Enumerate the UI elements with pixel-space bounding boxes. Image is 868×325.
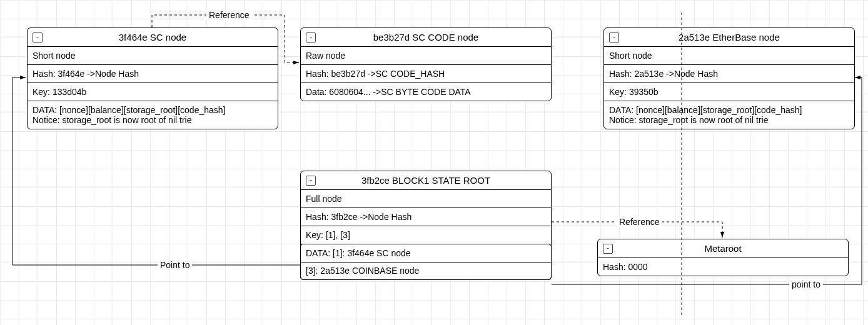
- sccode-node: - be3b27d SC CODE node Raw node Hash: be…: [300, 28, 552, 101]
- root-hash: Hash: 3fb2ce ->Node Hash: [301, 208, 551, 226]
- sccode-data: Data: 6080604... ->SC BYTE CODE DATA: [301, 83, 551, 101]
- metaroot-node: - Metaroot Hash: 0000: [597, 239, 849, 276]
- ether-type: Short node: [604, 47, 854, 65]
- collapse-icon[interactable]: -: [609, 32, 619, 42]
- root-key: Key: [1], [3]: [301, 226, 551, 244]
- ether-hash: Hash: 2a513e ->Node Hash: [604, 65, 854, 83]
- label-point-to-1: Point to: [158, 260, 192, 270]
- metaroot-hash: Hash: 0000: [598, 258, 848, 276]
- collapse-icon[interactable]: -: [306, 32, 316, 42]
- sc-node-key: Key: 133d04b: [28, 83, 278, 101]
- sccode-title: be3b27d SC CODE node: [373, 32, 478, 42]
- sc-node-title-bar: - 3f464e SC node: [28, 28, 278, 47]
- sc-node-data: DATA: [nonce][balance][storage_root][cod…: [28, 101, 278, 129]
- collapse-icon[interactable]: -: [603, 244, 613, 254]
- sc-node: - 3f464e SC node Short node Hash: 3f464e…: [27, 28, 278, 129]
- label-reference-2: Reference: [617, 217, 662, 227]
- sccode-type: Raw node: [301, 47, 551, 65]
- label-point-to-2: point to: [789, 279, 823, 289]
- root-type: Full node: [301, 190, 551, 208]
- ether-key: Key: 39350b: [604, 83, 854, 101]
- metaroot-title-bar: - Metaroot: [598, 239, 848, 258]
- collapse-icon[interactable]: -: [33, 32, 43, 42]
- sc-node-type: Short node: [28, 47, 278, 65]
- root-data3: [3]: 2a513e COINBASE node: [300, 262, 552, 280]
- metaroot-title: Metaroot: [704, 243, 741, 254]
- sccode-title-bar: - be3b27d SC CODE node: [301, 28, 551, 47]
- ether-data: DATA: [nonce][balance][storage_root][cod…: [604, 101, 854, 129]
- sc-node-hash: Hash: 3f464e ->Node Hash: [28, 65, 278, 83]
- root-node: - 3fb2ce BLOCK1 STATE ROOT Full node Has…: [300, 171, 552, 280]
- sc-node-title: 3f464e SC node: [119, 32, 186, 42]
- root-data1: DATA: [1]: 3f464e SC node: [300, 244, 552, 262]
- root-title: 3fb2ce BLOCK1 STATE ROOT: [361, 175, 490, 186]
- ether-node: - 2a513e EtherBase node Short node Hash:…: [603, 28, 855, 129]
- ether-title: 2a513e EtherBase node: [679, 32, 780, 42]
- ether-title-bar: - 2a513e EtherBase node: [604, 28, 854, 47]
- sccode-hash: Hash: be3b27d ->SC CODE_HASH: [301, 65, 551, 83]
- root-title-bar: - 3fb2ce BLOCK1 STATE ROOT: [301, 171, 551, 190]
- label-reference-1: Reference: [206, 10, 252, 20]
- collapse-icon[interactable]: -: [306, 176, 316, 186]
